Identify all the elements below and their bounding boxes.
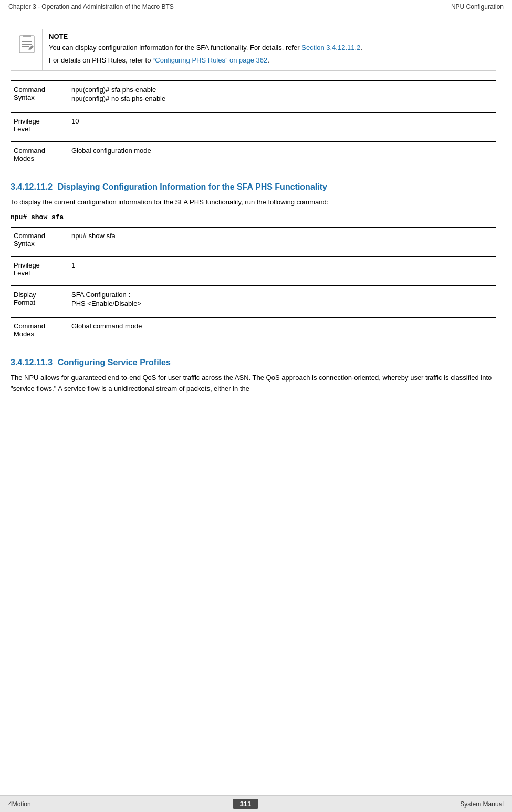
footer-page: 311 (233, 799, 259, 809)
section2-heading: 3.4.12.11.2 Displaying Configuration Inf… (11, 182, 496, 192)
note-text-line1: You can display configuration informatio… (49, 43, 489, 53)
table-row: CommandModes Global configuration mode (11, 142, 496, 171)
svg-rect-1 (23, 35, 31, 37)
section2-number: 3.4.12.11.2 (11, 182, 53, 191)
note-link2[interactable]: “Configuring PHS Rules” on page 362 (153, 56, 267, 64)
label-command-modes-1: CommandModes (11, 142, 68, 171)
label-command-syntax-2: CommandSyntax (11, 227, 68, 256)
page-footer: 4Motion 311 System Manual (0, 795, 512, 812)
display-format-line2: PHS <Enable/Disable> (71, 300, 493, 307)
label-privilege-level-1: PrivilegeLevel (11, 112, 68, 142)
value-command-syntax-2: npu# show sfa (68, 227, 496, 256)
value-privilege-level-2: 1 (68, 256, 496, 286)
section3-heading: 3.4.12.11.3 Configuring Service Profiles (11, 358, 496, 367)
value-privilege-level-1: 10 (68, 112, 496, 142)
label-privilege-level-2: PrivilegeLevel (11, 256, 68, 286)
table-row: CommandModes Global command mode (11, 317, 496, 346)
section2-body1: To display the current configuration inf… (11, 197, 496, 208)
cmd-line-2: npu(config)# no sfa phs-enable (71, 95, 493, 102)
footer-left: 4Motion (8, 800, 31, 808)
note-link1[interactable]: Section 3.4.12.11.2 (301, 44, 360, 52)
label-command-syntax-1: CommandSyntax (11, 81, 68, 112)
page-header: Chapter 3 - Operation and Administration… (0, 0, 512, 14)
note-content: NOTE You can display configuration infor… (43, 29, 496, 70)
section2-code: npu# show sfa (11, 213, 496, 221)
chapter-title: Chapter 3 - Operation and Administration… (8, 3, 174, 11)
table-row: PrivilegeLevel 10 (11, 112, 496, 142)
note-box: NOTE You can display configuration infor… (11, 29, 496, 71)
value-display-format: SFA Configuration : PHS <Enable/Disable> (68, 286, 496, 317)
section3-body: The NPU allows for guaranteed end-to-end… (11, 373, 496, 395)
section3-title: Configuring Service Profiles (58, 358, 171, 367)
value-command-syntax-1: npu(config)# sfa phs-enable npu(config)#… (68, 81, 496, 112)
value-command-modes-2: Global command mode (68, 317, 496, 346)
table-row: DisplayFormat SFA Configuration : PHS <E… (11, 286, 496, 317)
table-row: CommandSyntax npu(config)# sfa phs-enabl… (11, 81, 496, 112)
section3-number: 3.4.12.11.3 (11, 358, 53, 367)
cmd-line-1: npu(config)# sfa phs-enable (71, 86, 493, 94)
section2-table: CommandSyntax npu# show sfa PrivilegeLev… (11, 227, 496, 346)
main-content: NOTE You can display configuration infor… (0, 14, 512, 405)
note-label: NOTE (49, 33, 489, 40)
label-command-modes-2: CommandModes (11, 317, 68, 346)
section-title: NPU Configuration (451, 3, 504, 11)
display-format-line1: SFA Configuration : (71, 291, 493, 299)
section2-title: Displaying Configuration Information for… (58, 182, 327, 191)
table-row: CommandSyntax npu# show sfa (11, 227, 496, 256)
label-display-format: DisplayFormat (11, 286, 68, 317)
notepad-icon (17, 35, 36, 54)
note-text-line2: For details on PHS Rules, refer to “Conf… (49, 55, 489, 66)
note-icon (11, 29, 43, 70)
section1-table: CommandSyntax npu(config)# sfa phs-enabl… (11, 80, 496, 171)
footer-right: System Manual (460, 800, 504, 808)
value-command-modes-1: Global configuration mode (68, 142, 496, 171)
table-row: PrivilegeLevel 1 (11, 256, 496, 286)
